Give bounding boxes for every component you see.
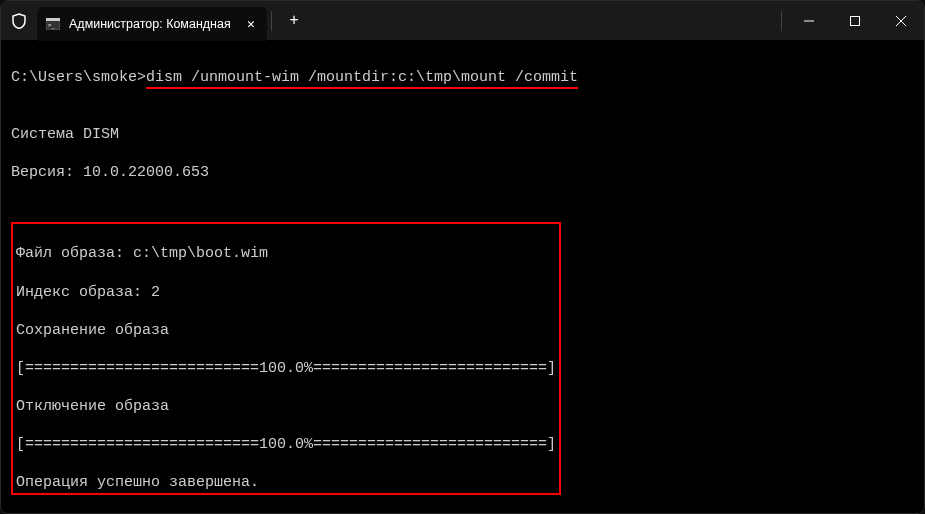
window-controls <box>786 1 924 41</box>
terminal-line: C:\Users\smoke>dism /unmount-wim /mountd… <box>11 68 914 87</box>
command-highlighted: dism /unmount-wim /mountdir:c:\tmp\mount… <box>146 69 578 89</box>
tab-separator <box>271 11 272 31</box>
titlebar: >_ Администратор: Командная ✕ + <box>1 1 924 41</box>
terminal-line: Операция успешно завершена. <box>16 473 556 492</box>
terminal-line: Версия: 10.0.22000.653 <box>11 163 914 182</box>
cmd-icon: >_ <box>45 16 61 32</box>
new-tab-button[interactable]: + <box>276 1 312 41</box>
close-button[interactable] <box>878 1 924 41</box>
tab-close-button[interactable]: ✕ <box>243 16 259 32</box>
tab-active[interactable]: >_ Администратор: Командная ✕ <box>37 7 267 41</box>
svg-rect-4 <box>851 16 860 25</box>
terminal-line: Cистема DISM <box>11 125 914 144</box>
terminal-line: Файл образа: c:\tmp\boot.wim <box>16 244 556 263</box>
terminal-output[interactable]: C:\Users\smoke>dism /unmount-wim /mountd… <box>1 41 924 514</box>
tab-title: Администратор: Командная <box>69 17 235 31</box>
svg-text:>_: >_ <box>48 21 56 29</box>
prompt: C:\Users\smoke> <box>11 69 146 86</box>
titlebar-separator <box>781 11 782 31</box>
uac-shield-icon <box>1 1 37 41</box>
output-highlight-box: Файл образа: c:\tmp\boot.wim Индекс обра… <box>11 222 561 495</box>
terminal-line: Отключение образа <box>16 397 556 416</box>
terminal-line: [==========================100.0%=======… <box>16 359 556 378</box>
minimize-button[interactable] <box>786 1 832 41</box>
maximize-button[interactable] <box>832 1 878 41</box>
terminal-line: Сохранение образа <box>16 321 556 340</box>
terminal-line: [==========================100.0%=======… <box>16 435 556 454</box>
terminal-line: Индекс образа: 2 <box>16 283 556 302</box>
